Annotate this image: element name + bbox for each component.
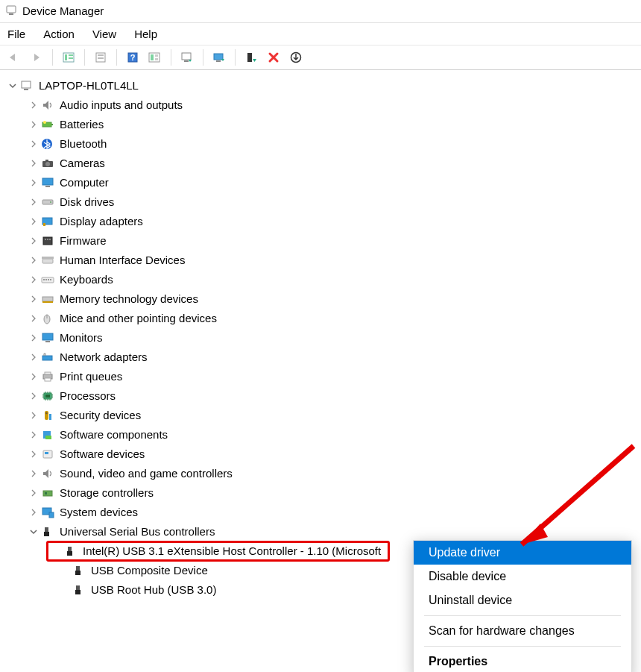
update-driver-button[interactable] bbox=[209, 48, 229, 66]
toolbar-separator bbox=[52, 49, 53, 66]
tree-category[interactable]: Batteries bbox=[7, 115, 638, 134]
audio-icon bbox=[40, 98, 55, 112]
tree-category[interactable]: Network adapters bbox=[7, 348, 638, 367]
tree-category[interactable]: Disk drives bbox=[7, 192, 638, 212]
context-disable-device[interactable]: Disable device bbox=[414, 565, 631, 588]
svg-point-28 bbox=[45, 162, 50, 166]
scan-hardware-button[interactable] bbox=[177, 48, 197, 66]
toolbar-separator bbox=[84, 49, 85, 66]
svg-rect-48 bbox=[42, 301, 53, 303]
disable-device-button[interactable] bbox=[241, 48, 261, 66]
menu-action[interactable]: Action bbox=[43, 28, 75, 40]
uninstall-device-button[interactable] bbox=[264, 48, 283, 66]
display-adapter-icon bbox=[40, 215, 55, 228]
expander-closed-icon[interactable] bbox=[28, 197, 39, 207]
svg-rect-75 bbox=[75, 571, 80, 575]
expander-closed-icon[interactable] bbox=[28, 430, 39, 440]
expander-closed-icon[interactable] bbox=[28, 468, 39, 479]
context-separator bbox=[424, 646, 621, 647]
expander-closed-icon[interactable] bbox=[28, 391, 39, 401]
enable-device-button[interactable] bbox=[286, 48, 306, 66]
tree-category[interactable]: Display adapters bbox=[7, 212, 638, 231]
tree-category[interactable]: Bluetooth bbox=[7, 134, 638, 154]
mouse-icon bbox=[40, 312, 55, 325]
tree-category[interactable]: Software components bbox=[7, 425, 638, 445]
svg-rect-76 bbox=[76, 585, 80, 590]
tree-category-label: Firmware bbox=[60, 231, 107, 251]
tree-category[interactable]: Print queues bbox=[7, 367, 638, 386]
tree-category[interactable]: Storage controllers bbox=[7, 483, 638, 503]
expander-closed-icon[interactable] bbox=[28, 294, 39, 304]
tree-category-label: Disk drives bbox=[60, 192, 114, 212]
tree-category-label: Computer bbox=[60, 173, 109, 192]
processor-icon bbox=[40, 389, 55, 403]
context-properties[interactable]: Properties bbox=[414, 650, 631, 672]
expander-closed-icon[interactable] bbox=[28, 507, 39, 518]
properties-button[interactable] bbox=[91, 48, 110, 66]
tree-category-label: Display adapters bbox=[60, 212, 143, 231]
tree-category[interactable]: Human Interface Devices bbox=[7, 251, 638, 270]
svg-rect-51 bbox=[42, 333, 53, 340]
tree-category[interactable]: Keyboards bbox=[7, 270, 638, 289]
tree-category[interactable]: Security devices bbox=[7, 406, 638, 425]
tree-category[interactable]: Mice and other pointing devices bbox=[7, 309, 638, 328]
menu-view[interactable]: View bbox=[92, 28, 116, 40]
tree-category[interactable]: Firmware bbox=[7, 231, 638, 251]
svg-rect-4 bbox=[69, 54, 73, 56]
tree-category[interactable]: Audio inputs and outputs bbox=[7, 95, 638, 115]
svg-rect-38 bbox=[47, 239, 48, 240]
tree-category[interactable]: Software devices bbox=[7, 445, 638, 464]
device-tree[interactable]: LAPTOP-HL0TL4LL Audio inputs and outputs… bbox=[0, 70, 641, 600]
expander-closed-icon[interactable] bbox=[28, 236, 39, 246]
svg-rect-61 bbox=[49, 414, 51, 420]
tree-category[interactable]: Memory technology devices bbox=[7, 289, 638, 309]
expander-closed-icon[interactable] bbox=[28, 449, 39, 459]
window-title: Device Manager bbox=[22, 4, 104, 17]
tree-category[interactable]: Cameras bbox=[7, 154, 638, 173]
expander-closed-icon[interactable] bbox=[28, 352, 39, 362]
context-uninstall-device[interactable]: Uninstall device bbox=[414, 588, 631, 612]
disk-icon bbox=[40, 195, 55, 209]
action-button[interactable] bbox=[145, 48, 165, 66]
show-hide-tree-button[interactable] bbox=[59, 48, 78, 66]
expander-closed-icon[interactable] bbox=[28, 119, 39, 130]
expander-closed-icon[interactable] bbox=[28, 333, 39, 343]
printer-icon bbox=[40, 370, 55, 383]
expander-closed-icon[interactable] bbox=[28, 100, 39, 110]
expander-closed-icon[interactable] bbox=[28, 410, 39, 421]
tree-category[interactable]: Sound, video and game controllers bbox=[7, 464, 638, 483]
tree-category[interactable]: Computer bbox=[7, 173, 638, 192]
expander-closed-icon[interactable] bbox=[28, 371, 39, 382]
svg-rect-35 bbox=[43, 223, 45, 226]
expander-closed-icon[interactable] bbox=[28, 216, 39, 227]
tree-category[interactable]: Monitors bbox=[7, 328, 638, 348]
svg-rect-41 bbox=[42, 257, 54, 259]
expander-open-icon[interactable] bbox=[7, 81, 18, 91]
tree-category[interactable]: Processors bbox=[7, 386, 638, 406]
svg-rect-13 bbox=[155, 54, 158, 57]
tree-category-label: Sound, video and game controllers bbox=[60, 464, 233, 483]
context-update-driver[interactable]: Update driver bbox=[414, 541, 631, 565]
help-button[interactable]: ? bbox=[123, 48, 142, 66]
expander-closed-icon[interactable] bbox=[28, 255, 39, 266]
menu-file[interactable]: File bbox=[7, 28, 25, 40]
svg-rect-69 bbox=[49, 512, 54, 518]
toolbar: ? bbox=[0, 45, 641, 70]
expander-closed-icon[interactable] bbox=[28, 178, 39, 188]
tree-root[interactable]: LAPTOP-HL0TL4LL bbox=[7, 76, 638, 95]
computer-icon bbox=[19, 79, 34, 92]
svg-rect-66 bbox=[43, 491, 52, 496]
expander-closed-icon[interactable] bbox=[28, 158, 39, 169]
context-scan-hardware[interactable]: Scan for hardware changes bbox=[414, 619, 631, 643]
expander-closed-icon[interactable] bbox=[28, 313, 39, 324]
expander-open-icon[interactable] bbox=[28, 527, 39, 537]
expander-closed-icon[interactable] bbox=[28, 139, 39, 149]
svg-rect-74 bbox=[76, 566, 80, 571]
tree-category-usb[interactable]: Universal Serial Bus controllers bbox=[7, 522, 638, 541]
menu-help[interactable]: Help bbox=[134, 28, 157, 40]
tree-category[interactable]: System devices bbox=[7, 503, 638, 522]
expander-closed-icon[interactable] bbox=[28, 488, 39, 498]
nav-forward-button[interactable] bbox=[27, 48, 46, 66]
nav-back-button[interactable] bbox=[4, 48, 24, 66]
expander-closed-icon[interactable] bbox=[28, 274, 39, 285]
